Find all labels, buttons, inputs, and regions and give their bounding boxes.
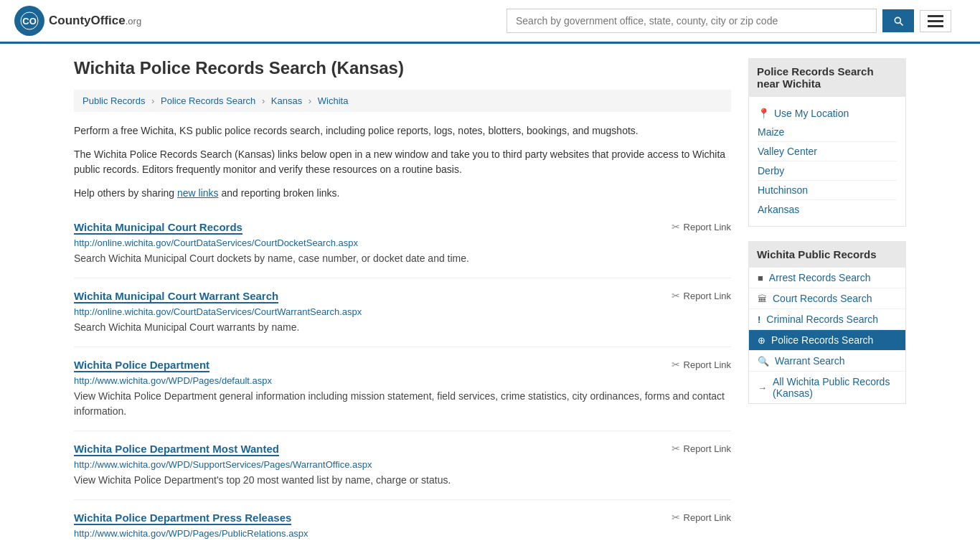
warrant-search-icon: 🔍 xyxy=(758,356,769,367)
logo-area: CO CountyOffice.org xyxy=(14,6,141,36)
logo-org-text: .org xyxy=(126,16,141,27)
court-records-link[interactable]: Court Records Search xyxy=(773,293,872,304)
breadcrumb-police-records-search[interactable]: Police Records Search xyxy=(161,95,255,106)
nearby-link-maize[interactable]: Maize xyxy=(758,126,784,138)
result-title-1[interactable]: Wichita Municipal Court Records xyxy=(74,221,242,235)
location-pin-icon: 📍 xyxy=(758,108,770,119)
result-title-3[interactable]: Wichita Police Department xyxy=(74,359,209,372)
report-icon-3: ✂ xyxy=(672,359,680,370)
sidebar-link-criminal-records[interactable]: ! Criminal Records Search xyxy=(749,309,905,330)
result-desc-4: View Wichita Police Department's top 20 … xyxy=(74,473,731,488)
svg-text:CO: CO xyxy=(22,16,37,27)
report-label-3: Report Link xyxy=(684,359,731,370)
sidebar-nearby-content: 📍 Use My Location Maize Valley Center De… xyxy=(748,97,906,227)
report-link-5[interactable]: ✂ Report Link xyxy=(672,512,731,523)
result-item-3: Wichita Police Department ✂ Report Link … xyxy=(74,347,731,431)
result-title-5[interactable]: Wichita Police Department Press Releases xyxy=(74,512,291,525)
report-label-4: Report Link xyxy=(684,443,731,454)
sidebar-link-police-records[interactable]: ⊕ Police Records Search xyxy=(749,330,905,351)
arrest-records-link[interactable]: Arrest Records Search xyxy=(769,272,871,283)
nearby-item-hutchinson: Hutchinson xyxy=(758,181,897,200)
result-desc-2: Search Wichita Municipal Court warrants … xyxy=(74,320,731,335)
sidebar-public-records-section: Wichita Public Records ■ Arrest Records … xyxy=(748,241,906,404)
report-label-2: Report Link xyxy=(684,291,731,301)
all-records-link[interactable]: All Wichita Public Records (Kansas) xyxy=(773,376,897,399)
warrant-search-link[interactable]: Warrant Search xyxy=(775,355,845,367)
sidebar-public-records-content: ■ Arrest Records Search 🏛 Court Records … xyxy=(748,268,906,404)
sidebar-use-my-location[interactable]: 📍 Use My Location xyxy=(758,104,897,123)
result-url-5[interactable]: http://www.wichita.gov/WPD/Pages/PublicR… xyxy=(74,528,731,539)
report-icon-4: ✂ xyxy=(672,443,680,454)
header: CO CountyOffice.org xyxy=(0,0,980,44)
report-link-4[interactable]: ✂ Report Link xyxy=(672,443,731,454)
criminal-records-link[interactable]: Criminal Records Search xyxy=(766,314,878,325)
result-url-2[interactable]: http://online.wichita.gov/CourtDataServi… xyxy=(74,306,731,317)
result-header-1: Wichita Municipal Court Records ✂ Report… xyxy=(74,221,731,235)
search-area xyxy=(507,9,951,33)
result-header-3: Wichita Police Department ✂ Report Link xyxy=(74,359,731,372)
result-url-4[interactable]: http://www.wichita.gov/WPD/SupportServic… xyxy=(74,459,731,470)
nearby-item-maize: Maize xyxy=(758,123,897,142)
court-records-icon: 🏛 xyxy=(758,293,767,304)
result-header-5: Wichita Police Department Press Releases… xyxy=(74,512,731,525)
new-links-link[interactable]: new links xyxy=(177,187,219,199)
result-title-2[interactable]: Wichita Municipal Court Warrant Search xyxy=(74,290,278,303)
nearby-link-valley-center[interactable]: Valley Center xyxy=(758,146,817,157)
report-link-2[interactable]: ✂ Report Link xyxy=(672,290,731,301)
sidebar-link-arrest-records[interactable]: ■ Arrest Records Search xyxy=(749,268,905,288)
arrest-records-icon: ■ xyxy=(758,273,763,283)
result-url-1[interactable]: http://online.wichita.gov/CourtDataServi… xyxy=(74,237,731,248)
desc-para3-suffix: and reporting broken links. xyxy=(219,187,340,199)
desc-para3-prefix: Help others by sharing xyxy=(74,187,177,199)
sidebar-public-records-title: Wichita Public Records xyxy=(748,241,906,268)
main-container: Wichita Police Records Search (Kansas) P… xyxy=(60,44,920,551)
nearby-list: Maize Valley Center Derby Hutchinson Ark… xyxy=(758,123,897,219)
criminal-records-icon: ! xyxy=(758,314,760,325)
report-label-5: Report Link xyxy=(684,512,731,523)
result-item-5: Wichita Police Department Press Releases… xyxy=(74,500,731,551)
nearby-link-arkansas[interactable]: Arkansas xyxy=(758,204,799,215)
menu-line-2 xyxy=(928,20,943,22)
police-records-link[interactable]: Police Records Search xyxy=(771,334,873,346)
report-label-1: Report Link xyxy=(684,222,731,232)
breadcrumb-public-records[interactable]: Public Records xyxy=(83,95,145,106)
content-area: Wichita Police Records Search (Kansas) P… xyxy=(74,58,731,551)
page-title: Wichita Police Records Search (Kansas) xyxy=(74,58,731,78)
result-item-4: Wichita Police Department Most Wanted ✂ … xyxy=(74,431,731,500)
search-button[interactable] xyxy=(882,9,914,32)
search-input[interactable] xyxy=(507,9,877,33)
logo-name-text: CountyOffice xyxy=(49,14,126,27)
breadcrumb-kansas[interactable]: Kansas xyxy=(271,95,302,106)
breadcrumb: Public Records › Police Records Search ›… xyxy=(74,90,731,112)
result-title-4[interactable]: Wichita Police Department Most Wanted xyxy=(74,443,279,456)
sidebar-nearby-section: Police Records Search near Wichita 📍 Use… xyxy=(748,58,906,227)
report-link-1[interactable]: ✂ Report Link xyxy=(672,221,731,232)
description-para2: The Wichita Police Records Search (Kansa… xyxy=(74,147,731,177)
breadcrumb-wichita[interactable]: Wichita xyxy=(318,95,349,106)
result-item-1: Wichita Municipal Court Records ✂ Report… xyxy=(74,209,731,278)
report-icon-2: ✂ xyxy=(672,290,680,301)
police-records-icon: ⊕ xyxy=(758,335,765,346)
sidebar-link-warrant-search[interactable]: 🔍 Warrant Search xyxy=(749,351,905,372)
result-desc-3: View Wichita Police Department general i… xyxy=(74,389,731,419)
description-para3: Help others by sharing new links and rep… xyxy=(74,186,731,201)
use-my-location-link[interactable]: Use My Location xyxy=(774,108,849,119)
result-desc-1: Search Wichita Municipal Court dockets b… xyxy=(74,251,731,266)
sidebar-nearby-title: Police Records Search near Wichita xyxy=(748,58,906,97)
logo-icon: CO xyxy=(14,6,44,36)
result-url-3[interactable]: http://www.wichita.gov/WPD/Pages/default… xyxy=(74,375,731,386)
report-icon-5: ✂ xyxy=(672,512,680,523)
sidebar-link-court-records[interactable]: 🏛 Court Records Search xyxy=(749,288,905,309)
result-header-2: Wichita Municipal Court Warrant Search ✂… xyxy=(74,290,731,303)
nearby-link-derby[interactable]: Derby xyxy=(758,165,784,176)
all-records-icon: → xyxy=(758,382,767,393)
report-link-3[interactable]: ✂ Report Link xyxy=(672,359,731,370)
result-item-2: Wichita Municipal Court Warrant Search ✂… xyxy=(74,278,731,347)
logo-text: CountyOffice.org xyxy=(49,14,141,28)
sidebar-link-all-records[interactable]: → All Wichita Public Records (Kansas) xyxy=(749,372,905,403)
nearby-link-hutchinson[interactable]: Hutchinson xyxy=(758,184,808,196)
menu-line-3 xyxy=(928,25,943,27)
menu-button[interactable] xyxy=(920,10,951,32)
menu-line-1 xyxy=(928,15,943,17)
sidebar: Police Records Search near Wichita 📍 Use… xyxy=(748,58,906,551)
